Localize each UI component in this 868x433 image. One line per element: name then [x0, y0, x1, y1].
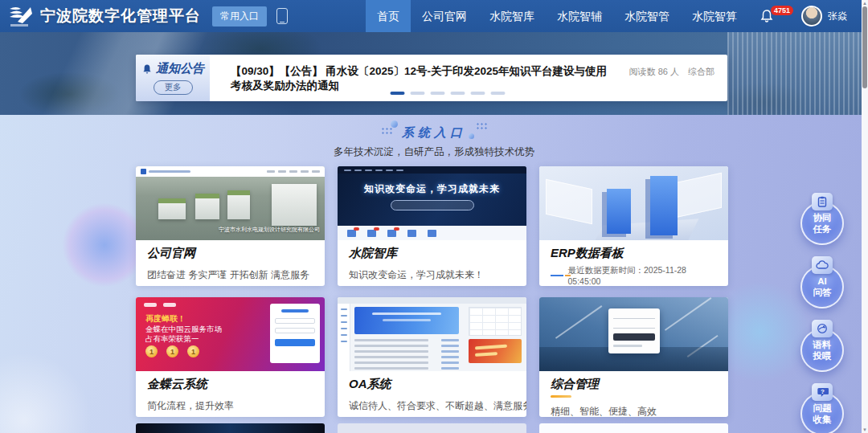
- next-row-cards-partial: [136, 423, 729, 433]
- scrollbar-down-arrow[interactable]: ▼: [862, 427, 868, 433]
- medal-icons: 111: [145, 345, 199, 357]
- deco-ball-icon: [391, 121, 398, 128]
- legend-line-icon: [551, 275, 563, 276]
- notice-panel-title: 通知公告: [156, 61, 204, 76]
- card-description: 简化流程，提升效率: [147, 399, 313, 413]
- notice-bar: 通知公告 更多 【09/30】【公告】 甬水设〔2025〕12号-关于印发202…: [136, 55, 727, 101]
- card-description: 精细、智能、便捷、高效: [551, 405, 717, 417]
- card-erp-dashboard[interactable]: ERP数据看板 最近数据更新时间：2025-11-28 05:45:00 洞察经…: [539, 166, 728, 286]
- card-company-site[interactable]: 宁波市水利水电规划设计研究院有限公司 公司官网 团结奋进 务实严谨 开拓创新 满…: [136, 166, 325, 286]
- nav-item-home[interactable]: 首页: [366, 0, 411, 32]
- top-nav-bar: 宁波院数字化管理平台 常用入口 首页 公司官网 水院智库 水院智辅 水院智管 水…: [0, 0, 868, 32]
- card-description: 知识改变命运，学习成就未来！: [349, 268, 515, 282]
- card-update-time: 最近数据更新时间：2025-11-28 05:45:00: [551, 265, 717, 286]
- clipboard-icon: [812, 193, 833, 210]
- ai-qa-button[interactable]: AI 问答: [800, 265, 844, 308]
- user-avatar[interactable]: [801, 6, 822, 27]
- thumbnail-search-bar: [391, 200, 474, 210]
- card-zhiku[interactable]: 知识改变命运，学习成就未来 水院智库 知识改变命运，学习成就未来！: [338, 166, 526, 286]
- card-description: 团结奋进 务实严谨 开拓创新 满意服务: [147, 268, 313, 282]
- collab-tasks-button[interactable]: 协同 任务: [800, 202, 844, 245]
- carousel-dot[interactable]: [411, 92, 425, 95]
- deco-ball-icon: [469, 133, 474, 139]
- notice-main: 【09/30】【公告】 甬水设〔2025〕12号-关于印发2025年知识平台建设…: [210, 55, 727, 101]
- scrollbar-thumb[interactable]: [862, 6, 867, 88]
- notice-read-count: 阅读数 86 人: [629, 67, 679, 76]
- question-bubble-icon: ?: [812, 383, 833, 401]
- hero-banner: 通知公告 更多 【09/30】【公告】 甬水设〔2025〕12号-关于印发202…: [0, 32, 868, 115]
- card-general-management-thumbnail: [539, 297, 728, 371]
- floating-action-column: 协同 任务 AI 问答 语料 投喂 ? 问题 收集: [797, 195, 847, 433]
- svg-text:?: ?: [821, 388, 825, 395]
- notice-left-panel: 通知公告 更多: [136, 55, 210, 101]
- ai-cloud-icon: [812, 256, 833, 274]
- feed-corpus-icon: [812, 320, 833, 337]
- thumbnail-login-dialog: [608, 308, 660, 353]
- issue-collect-button[interactable]: ? 问题 收集: [800, 392, 844, 433]
- portal-page: 宁波院数字化管理平台 常用入口 首页 公司官网 水院智库 水院智辅 水院智管 水…: [0, 0, 868, 433]
- card-kingdee-cloud[interactable]: 再度蝉联！ 金蝶在中国云服务市场 占有率荣获第一 111 金蝶云系统 简化流程，…: [136, 297, 325, 417]
- partial-card[interactable]: [338, 423, 526, 433]
- card-title: 水院智库: [349, 246, 515, 261]
- user-name: 张焱: [828, 10, 847, 23]
- site-title: 宁波院数字化管理平台: [40, 6, 201, 27]
- notice-meta: 阅读数 86 人 综合部: [623, 66, 714, 78]
- deco-dots-left: [381, 127, 392, 135]
- main-navigation: 首页 公司官网 水院智库 水院智辅 水院智管 水院智算: [366, 0, 748, 32]
- company-logo-icon: [6, 4, 34, 28]
- nav-item-zhifu[interactable]: 水院智辅: [546, 0, 613, 32]
- notification-count-badge: 4751: [771, 6, 793, 15]
- card-title: 金蝶云系统: [147, 377, 313, 392]
- section-title: 系统入口: [381, 125, 487, 141]
- card-kingdee-thumbnail: 再度蝉联！ 金蝶在中国云服务市场 占有率荣获第一 111: [136, 297, 325, 371]
- nav-item-zhiguan[interactable]: 水院智管: [613, 0, 681, 32]
- carousel-dot[interactable]: [471, 92, 485, 95]
- main-content: 系统入口 多年技术沉淀，自研产品，形成独特技术优势 宁波市水利水电规划设计研究院…: [0, 115, 868, 433]
- card-general-management[interactable]: 综合管理 精细、智能、便捷、高效: [539, 297, 728, 417]
- card-title: 公司官网: [147, 246, 313, 261]
- carousel-dot[interactable]: [451, 92, 465, 95]
- corpus-feed-button[interactable]: 语料 投喂: [800, 329, 844, 372]
- scrollbar-up-arrow[interactable]: ▲: [862, 0, 868, 6]
- section-header: 系统入口 多年技术沉淀，自研产品，形成独特技术优势: [0, 115, 868, 159]
- card-oa-system[interactable]: OA系统 诚信待人、符合要求、不断超越、满意服务: [338, 297, 526, 417]
- thumbnail-headline: 知识改变命运，学习成就未来: [338, 182, 526, 196]
- card-title-underline: [551, 395, 571, 398]
- deco-dots-right: [476, 122, 487, 130]
- card-description: 诚信待人、符合要求、不断超越、满意服务: [349, 399, 515, 413]
- system-entry-cards: 宁波市水利水电规划设计研究院有限公司 公司官网 团结奋进 务实严谨 开拓创新 满…: [136, 166, 729, 417]
- notice-more-button[interactable]: 更多: [154, 80, 193, 95]
- thumbnail-slogan-line: 占有率荣获第一: [145, 334, 199, 345]
- partial-card[interactable]: [136, 423, 325, 433]
- card-title: ERP数据看板: [551, 246, 717, 261]
- notice-department: 综合部: [688, 67, 714, 76]
- card-company-site-thumbnail: 宁波市水利水电规划设计研究院有限公司: [136, 166, 325, 240]
- thumbnail-slogan-line: 再度蝉联！: [145, 313, 186, 325]
- card-zhiku-thumbnail: 知识改变命运，学习成就未来: [338, 166, 526, 240]
- card-oa-thumbnail: [338, 297, 526, 371]
- announcement-bell-icon: [141, 63, 153, 75]
- card-title: OA系统: [349, 377, 515, 392]
- nav-item-zhisuan[interactable]: 水院智算: [681, 0, 748, 32]
- page-scrollbar: ▲ ▼: [862, 0, 868, 433]
- partial-card[interactable]: [539, 423, 728, 433]
- notice-carousel-dots: [391, 92, 506, 95]
- thumbnail-caption: 宁波市水利水电规划设计研究院有限公司: [219, 226, 320, 234]
- hero-buildings-texture: [727, 32, 868, 115]
- mobile-app-icon[interactable]: [276, 8, 288, 24]
- thumbnail-login-panel: [270, 304, 320, 363]
- notifications-button[interactable]: 4751: [760, 9, 774, 23]
- carousel-dot[interactable]: [391, 92, 405, 95]
- notice-headline-link[interactable]: 【09/30】【公告】 甬水设〔2025〕12号-关于印发2025年知识平台建设…: [231, 64, 623, 93]
- nav-item-zhiku[interactable]: 水院智库: [478, 0, 546, 32]
- quick-entry-button[interactable]: 常用入口: [212, 6, 267, 27]
- section-subtitle: 多年技术沉淀，自研产品，形成独特技术优势: [0, 145, 868, 159]
- carousel-dot[interactable]: [491, 92, 506, 95]
- card-erp-thumbnail: [539, 166, 728, 240]
- card-title: 综合管理: [551, 377, 717, 392]
- nav-item-company-site[interactable]: 公司官网: [411, 0, 478, 32]
- carousel-dot[interactable]: [431, 92, 445, 95]
